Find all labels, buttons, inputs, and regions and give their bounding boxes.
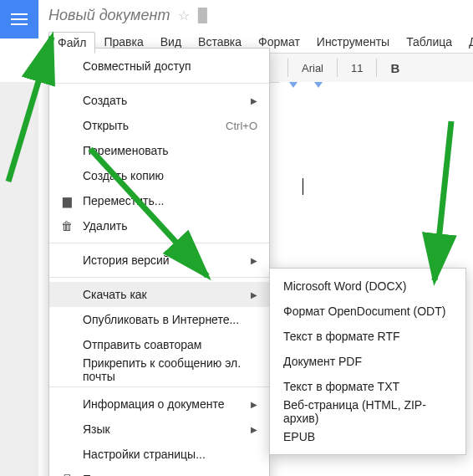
mi-label: Совместный доступ (83, 59, 257, 73)
mi-doc-info[interactable]: Информация о документе▶ (49, 392, 269, 417)
svg-rect-0 (11, 13, 28, 15)
mi-create[interactable]: Создать▶ (49, 88, 269, 113)
mi-page-setup[interactable]: Настройки страницы... (49, 442, 269, 467)
file-menu: Совместный доступ Создать▶ ОткрытьCtrl+O… (48, 48, 270, 476)
chevron-right-icon: ▶ (251, 400, 257, 409)
indent-marker[interactable] (289, 82, 298, 88)
mi-label: Информация о документе (83, 397, 242, 411)
folder-icon: ▆ (59, 194, 74, 207)
si-html[interactable]: Веб-страница (HTML, ZIP-архив) (270, 399, 465, 424)
bold-button[interactable]: B (385, 61, 404, 75)
print-icon: 🖶 (59, 473, 74, 476)
mi-label: Переименовать (83, 144, 257, 157)
mi-history[interactable]: История версий▶ (49, 248, 269, 273)
si-pdf[interactable]: Документ PDF (270, 349, 465, 374)
svg-rect-2 (11, 23, 28, 25)
mi-print[interactable]: 🖶ПечатьCtrl+P (49, 467, 269, 476)
menu-addons[interactable]: Дополнения (460, 32, 473, 54)
menu-sep (49, 386, 269, 387)
mi-label: История версий (83, 253, 242, 267)
mi-language[interactable]: Язык▶ (49, 417, 269, 442)
star-icon[interactable]: ☆ (178, 8, 190, 23)
toolbar-sep (376, 59, 377, 77)
menu-sep (49, 277, 269, 278)
mi-label: Прикрепить к сообщению эл. почты (83, 356, 257, 383)
menu-sep (49, 83, 269, 84)
shortcut: Ctrl+P (227, 473, 257, 477)
ruler[interactable] (279, 82, 473, 94)
si-odt[interactable]: Формат OpenDocument (ODT) (270, 299, 465, 324)
hamburger-icon (11, 13, 28, 25)
mi-rename[interactable]: Переименовать (49, 138, 269, 163)
mi-label: Опубликовать в Интернете... (83, 313, 257, 326)
app-menu-button[interactable] (0, 0, 38, 38)
toolbar-sep (287, 59, 288, 77)
mi-download-as[interactable]: Скачать как▶ (49, 282, 269, 307)
mi-label: Создать (83, 94, 242, 107)
menu-tools[interactable]: Инструменты (308, 32, 398, 54)
indent-marker[interactable] (314, 82, 323, 88)
si-txt[interactable]: Текст в формате TXT (270, 374, 465, 399)
toolbar-sep (337, 59, 338, 77)
download-submenu: Microsoft Word (DOCX) Формат OpenDocumen… (269, 268, 466, 455)
si-rtf[interactable]: Текст в формате RTF (270, 324, 465, 349)
mi-send-coauthors[interactable]: Отправить соавторам (49, 332, 269, 357)
mi-label: Удалить (83, 219, 257, 233)
mi-move[interactable]: ▆Переместить... (49, 188, 269, 213)
mi-open[interactable]: ОткрытьCtrl+O (49, 113, 269, 138)
trash-icon: 🗑 (59, 219, 74, 233)
text-cursor (303, 178, 303, 195)
chevron-right-icon: ▶ (251, 256, 257, 265)
chevron-right-icon: ▶ (251, 96, 257, 105)
si-epub[interactable]: EPUB (270, 424, 465, 449)
mi-label: Язык (83, 422, 242, 436)
shortcut: Ctrl+O (226, 120, 257, 132)
mi-label: Печать (83, 473, 219, 476)
mi-label: Настройки страницы... (83, 448, 257, 461)
si-docx[interactable]: Microsoft Word (DOCX) (270, 274, 465, 299)
mi-attach-email[interactable]: Прикрепить к сообщению эл. почты (49, 357, 269, 382)
chevron-right-icon: ▶ (251, 425, 257, 434)
svg-rect-1 (11, 18, 28, 20)
left-gutter (0, 82, 38, 476)
menu-file[interactable]: Файл (48, 32, 95, 54)
mi-share[interactable]: Совместный доступ (49, 54, 269, 79)
title-bar: Новый документ ☆ ▉ (48, 7, 208, 24)
mi-label: Создать копию (83, 169, 257, 182)
mi-label: Открыть (83, 119, 217, 132)
mi-delete[interactable]: 🗑Удалить (49, 213, 269, 238)
mi-label: Отправить соавторам (83, 338, 257, 351)
mi-copy[interactable]: Создать копию (49, 163, 269, 188)
menu-table[interactable]: Таблица (398, 32, 460, 54)
menu-sep (49, 243, 269, 243)
font-selector[interactable]: Arial (297, 60, 328, 76)
mi-label: Скачать как (83, 288, 242, 301)
mi-publish[interactable]: Опубликовать в Интернете... (49, 307, 269, 332)
font-size-selector[interactable]: 11 (346, 60, 368, 76)
doc-title[interactable]: Новый документ (48, 7, 170, 24)
folder-icon[interactable]: ▉ (198, 8, 208, 23)
mi-label: Переместить... (83, 194, 257, 207)
chevron-right-icon: ▶ (251, 290, 257, 299)
